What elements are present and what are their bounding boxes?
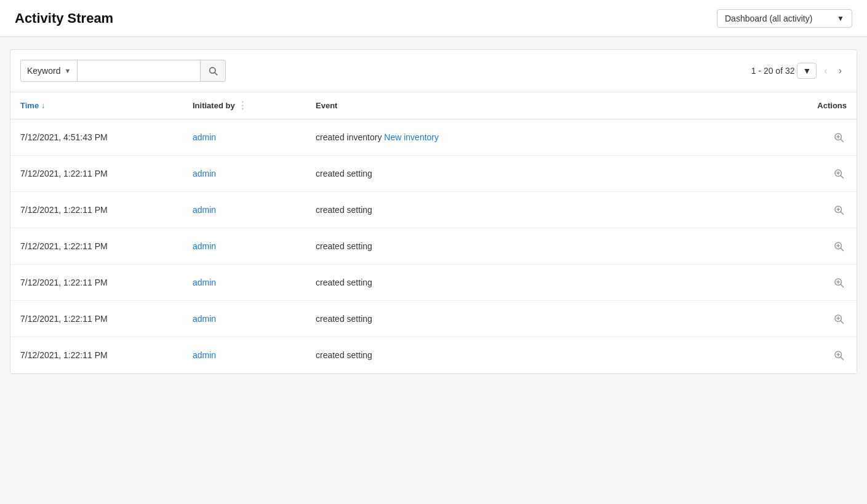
toolbar: Keyword ▼ 1 - 20 of 32 ▼ — [10, 50, 857, 92]
magnify-icon — [833, 350, 844, 361]
cell-user[interactable]: admin — [193, 350, 316, 360]
cell-event: created inventory New inventory — [316, 132, 797, 142]
per-page-dropdown[interactable]: ▼ — [797, 63, 817, 79]
cell-actions — [797, 166, 847, 182]
cell-actions — [797, 202, 847, 218]
table-row: 7/12/2021, 1:22:11 PM admin created sett… — [10, 192, 857, 228]
cell-event: created setting — [316, 205, 797, 215]
cell-time: 7/12/2021, 1:22:11 PM — [20, 278, 193, 287]
col-time-header[interactable]: Time ↓ — [20, 100, 193, 111]
cell-actions — [797, 238, 847, 254]
search-icon — [208, 66, 218, 76]
cell-actions — [797, 129, 847, 145]
activity-card: Keyword ▼ 1 - 20 of 32 ▼ — [10, 49, 857, 374]
svg-line-15 — [841, 248, 843, 250]
col-time-label: Time — [20, 101, 39, 110]
magnify-button[interactable] — [831, 238, 847, 254]
prev-page-button[interactable]: ‹ — [819, 63, 832, 79]
cell-time: 7/12/2021, 1:22:11 PM — [20, 169, 193, 178]
cell-time: 7/12/2021, 4:51:43 PM — [20, 132, 193, 142]
next-page-button[interactable]: › — [834, 63, 847, 79]
col-actions-header: Actions — [797, 100, 847, 111]
cell-user[interactable]: admin — [193, 132, 316, 142]
search-button[interactable] — [200, 60, 226, 82]
page-title: Activity Stream — [15, 10, 113, 26]
pagination-info: 1 - 20 of 32 ▼ — [751, 63, 817, 79]
cell-event: created setting — [316, 314, 797, 324]
cell-user[interactable]: admin — [193, 278, 316, 287]
magnify-icon — [833, 204, 844, 215]
activity-filter-dropdown[interactable]: Dashboard (all activity) ▼ — [717, 9, 852, 28]
table-row: 7/12/2021, 1:22:11 PM admin created sett… — [10, 156, 857, 192]
magnify-icon — [833, 313, 844, 324]
top-header: Activity Stream Dashboard (all activity)… — [0, 0, 867, 37]
magnify-button[interactable] — [831, 311, 847, 327]
col-initiated-label: Initiated by — [193, 101, 235, 110]
event-link[interactable]: New inventory — [384, 132, 439, 142]
svg-line-23 — [841, 321, 843, 323]
keyword-dropdown[interactable]: Keyword ▼ — [20, 60, 77, 82]
cell-user[interactable]: admin — [193, 169, 316, 178]
event-text: created setting — [316, 169, 372, 178]
table-row: 7/12/2021, 4:51:43 PM admin created inve… — [10, 119, 857, 156]
cell-user[interactable]: admin — [193, 314, 316, 324]
event-text: created setting — [316, 278, 372, 287]
event-text: created setting — [316, 350, 372, 360]
cell-user[interactable]: admin — [193, 241, 316, 251]
table-body: 7/12/2021, 4:51:43 PM admin created inve… — [10, 119, 857, 374]
magnify-button[interactable] — [831, 347, 847, 363]
pagination-range: 1 - 20 of 32 — [751, 66, 795, 76]
chevron-down-icon: ▼ — [837, 14, 844, 23]
chevron-down-icon: ▼ — [64, 67, 71, 74]
cell-event: created setting — [316, 241, 797, 251]
svg-line-1 — [215, 73, 217, 75]
table-row: 7/12/2021, 1:22:11 PM admin created sett… — [10, 337, 857, 374]
magnify-button[interactable] — [831, 274, 847, 290]
svg-line-7 — [841, 175, 843, 178]
magnify-button[interactable] — [831, 202, 847, 218]
cell-actions — [797, 311, 847, 327]
svg-line-3 — [841, 139, 843, 142]
svg-line-19 — [841, 284, 843, 287]
activity-filter-label: Dashboard (all activity) — [725, 14, 812, 23]
table-row: 7/12/2021, 1:22:11 PM admin created sett… — [10, 228, 857, 265]
col-event-header: Event — [316, 100, 797, 111]
cell-event: created setting — [316, 278, 797, 287]
sort-desc-icon: ↓ — [41, 102, 45, 110]
cell-actions — [797, 347, 847, 363]
event-text: created setting — [316, 314, 372, 324]
event-text: created inventory — [316, 132, 384, 142]
magnify-button[interactable] — [831, 129, 847, 145]
search-area: Keyword ▼ — [20, 60, 226, 82]
cell-time: 7/12/2021, 1:22:11 PM — [20, 205, 193, 215]
cell-event: created setting — [316, 350, 797, 360]
table-row: 7/12/2021, 1:22:11 PM admin created sett… — [10, 301, 857, 337]
svg-line-11 — [841, 212, 843, 214]
event-text: created setting — [316, 205, 372, 215]
svg-line-27 — [841, 357, 843, 359]
cell-time: 7/12/2021, 1:22:11 PM — [20, 314, 193, 324]
event-text: created setting — [316, 241, 372, 251]
cell-time: 7/12/2021, 1:22:11 PM — [20, 241, 193, 251]
pagination-nav: ‹ › — [819, 63, 847, 79]
cell-actions — [797, 274, 847, 290]
cell-time: 7/12/2021, 1:22:11 PM — [20, 350, 193, 360]
col-initiated-header: Initiated by ⋮ — [193, 100, 316, 111]
col-actions-label: Actions — [817, 101, 847, 110]
table-row: 7/12/2021, 1:22:11 PM admin created sett… — [10, 265, 857, 301]
keyword-label: Keyword — [27, 66, 60, 76]
column-divider: ⋮ — [238, 100, 247, 111]
cell-event: created setting — [316, 169, 797, 178]
magnify-icon — [833, 132, 844, 143]
magnify-button[interactable] — [831, 166, 847, 182]
chevron-down-icon: ▼ — [802, 66, 811, 76]
col-event-label: Event — [316, 101, 337, 110]
magnify-icon — [833, 241, 844, 252]
cell-user[interactable]: admin — [193, 205, 316, 215]
magnify-icon — [833, 277, 844, 288]
pagination-area: 1 - 20 of 32 ▼ ‹ › — [751, 63, 847, 79]
main-content: Keyword ▼ 1 - 20 of 32 ▼ — [0, 37, 867, 386]
table-header: Time ↓ Initiated by ⋮ Event Actions — [10, 92, 857, 119]
magnify-icon — [833, 168, 844, 179]
search-input[interactable] — [77, 60, 200, 82]
